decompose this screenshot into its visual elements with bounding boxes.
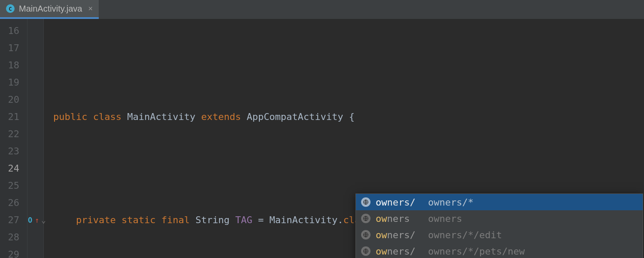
fold-cell	[44, 194, 53, 212]
completion-detail: owners/*	[428, 197, 474, 208]
fold-icon[interactable]: ⌄	[41, 212, 46, 229]
line-number: 17	[0, 40, 27, 57]
tab-title: MainActivity.java	[19, 4, 82, 14]
autocomplete-item[interactable]: owners/owners/*/pets/new	[356, 243, 643, 258]
globe-icon	[361, 246, 371, 256]
fold-gutter: ⌄	[44, 19, 53, 258]
fold-cell	[44, 40, 53, 57]
globe-icon	[361, 214, 371, 223]
line-number: 23	[0, 143, 27, 160]
code-line: public class MainActivity extends AppCom…	[53, 108, 644, 126]
override-arrow-icon: ↑	[35, 212, 39, 229]
line-number: 29	[0, 246, 27, 258]
globe-icon	[361, 197, 371, 207]
annotation-cell	[27, 229, 43, 246]
override-icon[interactable]: O	[28, 212, 32, 229]
fold-cell	[44, 160, 53, 177]
completion-detail: owners	[428, 213, 462, 224]
completion-text: owners/	[376, 230, 423, 240]
fold-cell	[44, 22, 53, 40]
line-number: 22	[0, 126, 27, 143]
class-file-icon: C	[6, 4, 15, 13]
fold-cell	[44, 91, 53, 108]
autocomplete-item[interactable]: owners/owners/*	[356, 194, 643, 210]
annotation-cell	[27, 40, 43, 57]
fold-cell	[44, 143, 53, 160]
code-line	[53, 160, 644, 177]
annotation-cell	[27, 91, 43, 108]
annotation-cell	[27, 160, 43, 177]
annotation-cell	[27, 126, 43, 143]
fold-cell	[44, 229, 53, 246]
fold-cell	[44, 177, 53, 194]
tab-main-activity[interactable]: C MainActivity.java ×	[0, 0, 99, 19]
line-number: 21	[0, 108, 27, 126]
annotation-cell	[27, 22, 43, 40]
completion-detail: owners/*/pets/new	[428, 246, 525, 257]
annotation-cell	[27, 177, 43, 194]
line-number: 28	[0, 229, 27, 246]
annotation-cell	[27, 194, 43, 212]
completion-text: owners/	[376, 246, 423, 257]
tab-bar: C MainActivity.java ×	[0, 0, 644, 19]
fold-cell	[44, 74, 53, 91]
code-line	[53, 57, 644, 74]
line-number: 25	[0, 177, 27, 194]
fold-cell	[44, 57, 53, 74]
globe-icon	[361, 230, 371, 240]
line-number: 19	[0, 74, 27, 91]
line-number: 20	[0, 91, 27, 108]
annotation-cell	[27, 246, 43, 258]
line-number: 16	[0, 22, 27, 40]
annotation-cell	[27, 57, 43, 74]
fold-cell: ⌄	[44, 212, 53, 229]
completion-detail: owners/*/edit	[428, 230, 502, 240]
editor[interactable]: 1617181920212223242526272829 O↑ ⌄ public…	[0, 19, 644, 258]
autocomplete-item[interactable]: owners/owners/*/edit	[356, 227, 643, 243]
fold-cell	[44, 126, 53, 143]
close-icon[interactable]: ×	[88, 4, 93, 13]
annotation-cell	[27, 74, 43, 91]
autocomplete-popup[interactable]: owners/owners/*ownersownersowners/owners…	[355, 194, 643, 258]
line-number: 18	[0, 57, 27, 74]
completion-text: owners	[376, 213, 423, 224]
annotation-cell	[27, 143, 43, 160]
gutter: 1617181920212223242526272829	[0, 19, 27, 258]
fold-cell	[44, 246, 53, 258]
completion-text: owners/	[376, 197, 423, 208]
annotation-cell	[27, 108, 43, 126]
line-number: 24	[0, 160, 27, 177]
line-number: 26	[0, 194, 27, 212]
autocomplete-item[interactable]: ownersowners	[356, 210, 643, 227]
fold-cell	[44, 108, 53, 126]
line-number: 27	[0, 212, 27, 229]
